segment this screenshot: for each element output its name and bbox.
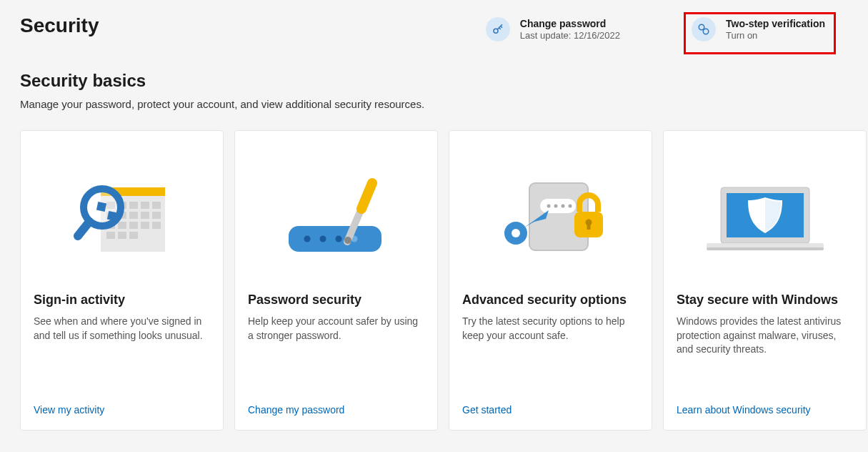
header-row: Security Change password Last update: 12… [20,14,854,42]
card-title: Password security [248,293,424,308]
get-started-link[interactable]: Get started [462,396,639,416]
svg-point-2 [703,29,709,34]
calendar-magnifier-icon [34,145,210,288]
svg-rect-9 [152,202,161,209]
svg-rect-7 [129,202,138,209]
key-icon [486,17,510,41]
windows-security-link[interactable]: Learn about Windows security [677,396,853,416]
card-desc: Try the latest security options to help … [462,315,639,396]
svg-point-37 [554,205,557,208]
svg-rect-24 [96,202,106,212]
card-desc: Windows provides the latest antivirus pr… [677,315,853,396]
svg-point-38 [561,205,564,208]
section-heading: Security basics [20,71,854,91]
laptop-shield-icon [677,145,853,288]
link-icon [692,17,716,41]
svg-point-0 [494,29,498,33]
two-step-verification-action[interactable]: Two-step verification Turn on [684,12,836,54]
two-step-text: Two-step verification Turn on [726,17,825,42]
svg-rect-42 [587,222,590,230]
svg-rect-17 [129,222,138,229]
card-title: Sign-in activity [34,293,210,308]
card-desc: Help keep your account safer by using a … [248,315,424,396]
svg-point-32 [344,237,351,244]
card-title: Advanced security options [462,293,639,308]
card-windows-security[interactable]: Stay secure with Windows Windows provide… [663,130,867,431]
svg-point-28 [304,236,310,242]
svg-rect-12 [129,212,138,219]
svg-point-1 [699,24,704,30]
svg-rect-25 [106,211,116,221]
svg-point-29 [319,236,326,242]
svg-rect-21 [118,232,126,239]
svg-point-30 [335,236,341,242]
card-password-security[interactable]: Password security Help keep your account… [234,130,438,431]
view-activity-link[interactable]: View my activity [34,396,210,416]
svg-rect-48 [707,247,824,250]
card-title: Stay secure with Windows [677,293,853,308]
section-sub: Manage your password, protect your accou… [20,98,854,110]
change-password-action[interactable]: Change password Last update: 12/16/2022 [486,17,620,42]
svg-rect-20 [106,232,115,239]
two-step-title: Two-step verification [726,17,825,30]
svg-rect-22 [129,232,138,239]
card-advanced-security[interactable]: Advanced security options Try the latest… [449,130,652,431]
svg-rect-16 [118,222,126,229]
svg-rect-18 [141,222,149,229]
svg-point-39 [568,205,572,208]
two-step-sub: Turn on [726,30,825,42]
svg-rect-13 [141,212,149,219]
svg-rect-8 [141,202,149,209]
card-desc: See when and where you've signed in and … [34,315,210,396]
cards-grid: Sign-in activity See when and where you'… [20,130,854,431]
header-actions: Change password Last update: 12/16/2022 … [486,14,825,42]
svg-point-44 [512,229,520,237]
svg-line-26 [78,222,89,236]
card-signin-activity[interactable]: Sign-in activity See when and where you'… [20,130,224,431]
page-title: Security [20,14,99,37]
svg-rect-19 [152,222,161,229]
change-password-text: Change password Last update: 12/16/2022 [520,17,620,42]
change-password-link[interactable]: Change my password [248,396,424,416]
svg-rect-27 [289,226,381,252]
svg-point-36 [547,205,550,208]
svg-rect-14 [152,212,161,219]
change-password-sub: Last update: 12/16/2022 [520,30,620,42]
change-password-title: Change password [520,17,620,30]
password-pen-icon [248,145,424,288]
safe-key-lock-icon [462,145,639,288]
